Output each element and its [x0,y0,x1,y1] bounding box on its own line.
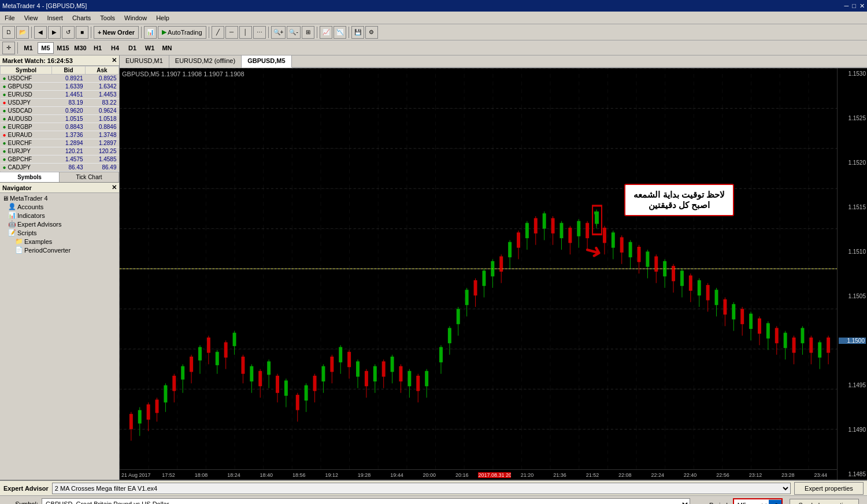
period-h1[interactable]: H1 [90,42,106,54]
period-w1[interactable]: W1 [142,42,158,54]
restore-button[interactable]: □ [852,2,856,10]
svg-rect-139 [672,266,675,281]
open-button[interactable]: 📂 [16,26,29,39]
period-m5[interactable]: M5 [38,42,54,54]
market-watch-row[interactable]: ●GBPUSD 1.6339 1.6342 [1,83,119,91]
mw-symbol: ●USDJPY [1,99,52,107]
svg-rect-161 [766,323,770,338]
chart-tab-eurusd-m1[interactable]: EURUSD,M1 [120,55,169,68]
period-m1[interactable]: M1 [20,42,36,54]
hline-btn[interactable]: ─ [225,26,238,39]
mw-bid: 0.8921 [52,75,86,83]
refresh-button[interactable]: ↺ [62,26,75,39]
mw-symbol: ●EURJPY [1,147,52,155]
nav-accounts[interactable]: 👤 Accounts [1,202,118,211]
ea-dropdown[interactable]: 2 MA Crosses Mega filter EA V1.ex4 [52,483,791,494]
settings-btn[interactable]: ⚙ [365,26,378,39]
chart-area: EURUSD,M1 EURUSD,M2 (offline) GBPUSD,M5 … [120,55,867,480]
period-mn[interactable]: MN [159,42,175,54]
navigator-close-icon[interactable]: ✕ [112,184,117,191]
svg-rect-108 [551,218,555,233]
navigator-title: Navigator [2,184,32,191]
svg-rect-151 [723,299,727,314]
crosshair-btn[interactable]: ✛ [2,42,15,54]
market-watch-close-icon[interactable]: ✕ [112,57,117,64]
svg-rect-82 [439,347,443,362]
svg-rect-92 [482,270,486,286]
zoom-out-btn[interactable]: 🔍- [287,26,300,39]
market-watch-row[interactable]: ●USDCHF 0.8921 0.8925 [1,75,119,83]
svg-rect-36 [233,333,236,346]
expert-properties-button[interactable]: Expert properties [794,482,864,495]
chart-tab-eurusd-m2[interactable]: EURUSD,M2 (offline) [169,55,242,68]
mw-tab-tick[interactable]: Tick Chart [60,172,119,182]
stop-button[interactable]: ■ [76,26,88,39]
svg-rect-68 [373,366,377,381]
svg-rect-165 [784,333,787,348]
back-button[interactable]: ◀ [34,26,47,39]
nav-examples[interactable]: 📁 Examples [1,237,118,246]
callout-line1: لاحظ توقيت بداية الشمعه [633,190,725,200]
market-watch-row[interactable]: ●GBPCHF 1.4575 1.4585 [1,155,119,164]
market-watch-row[interactable]: ●EURAUD 1.3736 1.3748 [1,131,119,139]
nav-period-converter[interactable]: 📄 PeriodConverter [1,246,118,254]
nav-scripts[interactable]: 📝 Scripts [1,228,118,237]
chart-svg [120,68,837,469]
indicators2-btn[interactable]: 📉 [334,26,346,39]
minimize-button[interactable]: ─ [844,2,849,10]
market-watch-row[interactable]: ●USDCAD 0.9620 0.9624 [1,107,119,115]
nav-metatrader4[interactable]: 🖥 MetaTrader 4 [1,194,118,202]
symbol-dropdown[interactable]: GBPUSD, Great Britain Pound vs US Dollar [42,498,690,504]
mw-ask: 120.25 [86,147,119,155]
market-watch-row[interactable]: ●USDJPY 83.19 83.22 [1,99,119,107]
col-symbol: Symbol [1,66,52,75]
svg-rect-52 [305,386,308,401]
nav-indicators[interactable]: 📊 Indicators [1,211,118,220]
menu-window[interactable]: Window [120,13,151,23]
svg-rect-96 [499,257,503,272]
menu-help[interactable]: Help [151,13,174,23]
menu-tools[interactable]: Tools [95,13,120,23]
period-m30[interactable]: M30 [72,42,88,54]
market-watch-row[interactable]: ●EURCHF 1.2894 1.2897 [1,139,119,147]
period-m15[interactable]: M15 [55,42,71,54]
fib-btn[interactable]: ⋯ [253,26,266,39]
mw-tab-symbols[interactable]: Symbols [0,172,60,182]
market-watch-row[interactable]: ●CADJPY 86.43 86.49 [1,164,119,172]
new-button[interactable]: 🗋 [2,26,15,39]
indicators-btn[interactable]: 📈 [320,26,332,39]
svg-rect-74 [399,366,402,381]
period-refresh-btn[interactable]: ↺ [769,500,781,504]
forward-button[interactable]: ▶ [48,26,61,39]
market-watch-row[interactable]: ●AUDUSD 1.0515 1.0518 [1,115,119,123]
svg-rect-80 [425,371,428,386]
chart-type-btn[interactable]: 📊 [144,26,157,39]
market-watch-row[interactable]: ●EURJPY 120.21 120.25 [1,147,119,155]
close-button[interactable]: ✕ [859,2,865,10]
vline-btn[interactable]: │ [239,26,252,39]
chart-tab-gbpusd-m5[interactable]: GBPUSD,M5 [242,55,291,68]
market-watch-row[interactable]: ●EURUSD 1.4451 1.4453 [1,91,119,99]
period-h4[interactable]: H4 [107,42,123,54]
menu-view[interactable]: View [20,13,43,23]
autotrading-button[interactable]: ▶ AutoTrading [158,26,206,39]
zoom-in-btn[interactable]: 🔍+ [271,26,286,39]
chart-container[interactable]: GBPUSD,M5 1.1907 1.1908 1.1907 1.1908 [120,68,867,480]
menu-charts[interactable]: Charts [68,13,95,23]
tpl-btn[interactable]: 💾 [351,26,364,39]
time-label-13: 21:20 [511,472,543,478]
menu-file[interactable]: File [0,13,20,23]
market-watch-row[interactable]: ●EURGBP 0.8843 0.8846 [1,123,119,131]
nav-expert-advisors[interactable]: 🤖 Expert Advisors [1,220,118,228]
new-order-button[interactable]: + New Order [94,26,139,39]
svg-rect-171 [809,338,813,353]
window-controls[interactable]: ─ □ ✕ [844,2,865,10]
period-dropdown[interactable]: M5 [734,499,769,504]
grid-btn[interactable]: ⊞ [302,26,314,39]
period-d1[interactable]: D1 [124,42,140,54]
menu-insert[interactable]: Insert [42,13,68,23]
svg-rect-38 [241,357,244,374]
svg-rect-54 [313,376,317,391]
symbol-properties-button[interactable]: Symbol properties [790,499,859,504]
line-btn[interactable]: ╱ [212,26,224,39]
